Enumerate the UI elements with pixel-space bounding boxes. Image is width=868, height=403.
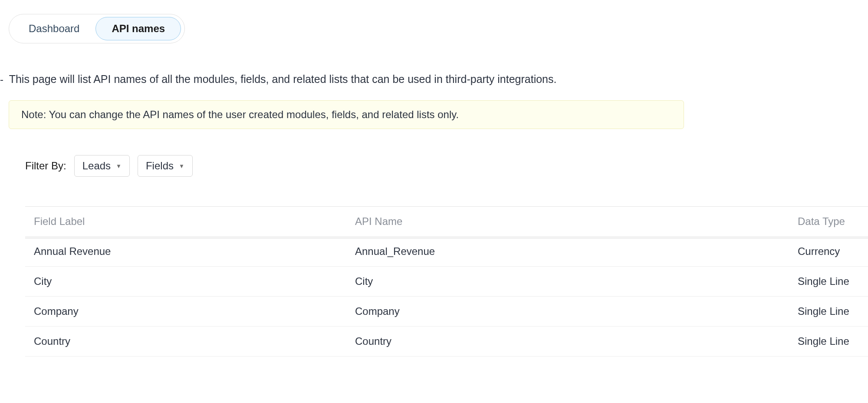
cell-data-type: Single Line xyxy=(789,267,868,297)
tab-dashboard[interactable]: Dashboard xyxy=(13,17,95,40)
tab-api-names[interactable]: API names xyxy=(95,17,181,40)
cell-field-label: Country xyxy=(25,327,346,357)
column-header-data-type[interactable]: Data Type xyxy=(789,207,868,237)
cell-api-name: Annual_Revenue xyxy=(346,237,789,267)
cell-data-type: Single Line xyxy=(789,327,868,357)
api-names-table: Field Label API Name Data Type Annual Re… xyxy=(25,206,868,357)
table-header-row: Field Label API Name Data Type xyxy=(25,207,868,237)
table-row[interactable]: CompanyCompanySingle Line xyxy=(25,297,868,327)
cell-api-name: Country xyxy=(346,327,789,357)
table-row[interactable]: CountryCountrySingle Line xyxy=(25,327,868,357)
filter-module-value: Leads xyxy=(82,160,111,172)
filter-row: Filter By: Leads ▼ Fields ▼ xyxy=(25,155,868,177)
page-description: This page will list API names of all the… xyxy=(9,73,557,86)
filter-module-dropdown[interactable]: Leads ▼ xyxy=(74,155,130,177)
note-box: Note: You can change the API names of th… xyxy=(9,100,684,129)
filter-label: Filter By: xyxy=(25,160,66,172)
table-row[interactable]: Annual RevenueAnnual_RevenueCurrency xyxy=(25,237,868,267)
cell-api-name: City xyxy=(346,267,789,297)
caret-down-icon: ▼ xyxy=(116,163,122,169)
cell-data-type: Currency xyxy=(789,237,868,267)
cell-field-label: Annual Revenue xyxy=(25,237,346,267)
tab-group: Dashboard API names xyxy=(9,14,185,43)
dash-icon: - xyxy=(0,73,7,86)
column-header-field-label[interactable]: Field Label xyxy=(25,207,346,237)
api-names-table-wrap: Field Label API Name Data Type Annual Re… xyxy=(25,206,868,357)
cell-api-name: Company xyxy=(346,297,789,327)
column-header-api-name[interactable]: API Name xyxy=(346,207,789,237)
filter-type-dropdown[interactable]: Fields ▼ xyxy=(138,155,193,177)
table-row[interactable]: CityCitySingle Line xyxy=(25,267,868,297)
filter-type-value: Fields xyxy=(146,160,174,172)
caret-down-icon: ▼ xyxy=(179,163,184,169)
cell-data-type: Single Line xyxy=(789,297,868,327)
page-description-row: - This page will list API names of all t… xyxy=(0,73,868,86)
cell-field-label: Company xyxy=(25,297,346,327)
cell-field-label: City xyxy=(25,267,346,297)
